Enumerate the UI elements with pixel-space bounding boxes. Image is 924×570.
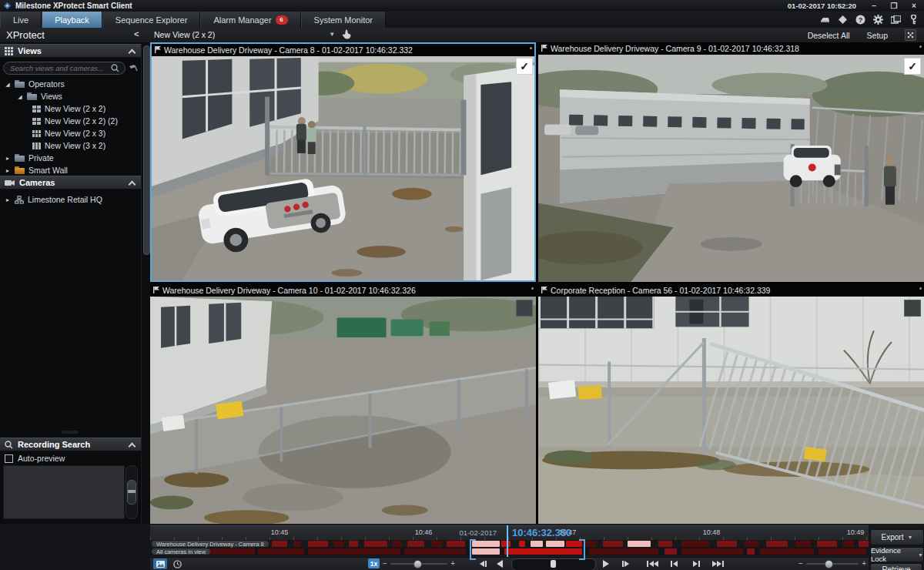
timeline-left-gutter xyxy=(0,524,150,570)
expander-icon[interactable] xyxy=(5,196,11,203)
pointer-hand-icon[interactable] xyxy=(341,29,352,39)
export-button[interactable]: Export▼ xyxy=(870,529,924,545)
recording-segment xyxy=(472,548,500,555)
tree-item-new-view-2x2-2[interactable]: New View (2 x 2) (2) xyxy=(0,115,141,127)
recording-segment xyxy=(258,548,304,555)
view-selector[interactable]: New View (2 x 2) ▼ xyxy=(154,29,352,39)
tab-sequence-explorer[interactable]: Sequence Explorer xyxy=(102,12,201,28)
logout-key-icon[interactable] xyxy=(908,15,919,25)
time-ruler[interactable]: 10:45 10:46 10:47 10:48 10:49 01-02-2017… xyxy=(150,525,869,541)
tree-item-private[interactable]: Private xyxy=(0,152,141,164)
auto-preview-checkbox[interactable] xyxy=(5,454,13,463)
recording-segment xyxy=(272,541,287,547)
recording-segment xyxy=(293,541,301,547)
tab-alarm-manager[interactable]: Alarm Manager 6 xyxy=(200,12,300,28)
previous-sequence-button[interactable] xyxy=(667,558,681,569)
tick-label: 10:45 xyxy=(271,528,289,536)
views-panel-header[interactable]: Views xyxy=(0,44,141,58)
speed-decrease-icon[interactable]: − xyxy=(383,559,387,568)
camera-select-checkbox[interactable]: ✓ xyxy=(904,300,921,317)
tree-item-limestone-retail-hq[interactable]: Limestone Retail HQ xyxy=(0,193,141,206)
expander-icon[interactable] xyxy=(5,81,11,88)
timeline-zoom-slider[interactable]: − + xyxy=(798,561,866,567)
tab-system-monitor[interactable]: System Monitor xyxy=(301,12,386,28)
cameras-panel-header[interactable]: Cameras xyxy=(0,176,141,189)
auto-preview-option[interactable]: Auto-preview xyxy=(5,454,65,463)
zoom-in-icon[interactable]: + xyxy=(862,559,866,568)
next-image-button[interactable] xyxy=(618,558,632,569)
scrollbar-thumb[interactable] xyxy=(143,45,150,255)
play-forward-button[interactable] xyxy=(599,558,613,569)
slider-thumb[interactable] xyxy=(127,480,136,505)
tree-item-operators[interactable]: Operators xyxy=(0,78,141,90)
preview-scroll-slider[interactable] xyxy=(126,465,138,519)
tab-playback[interactable]: Playback xyxy=(42,12,102,28)
shuttle-slider[interactable] xyxy=(511,558,596,570)
expander-icon[interactable] xyxy=(17,93,23,100)
time-mode-clock-button[interactable] xyxy=(170,558,184,569)
view-grid-icon[interactable] xyxy=(905,29,916,41)
minimize-button[interactable]: – xyxy=(864,0,884,11)
clear-search-filter-icon[interactable] xyxy=(129,64,138,72)
milestone-logo-icon xyxy=(4,2,11,9)
help-icon[interactable]: ? xyxy=(855,15,866,25)
previous-image-button[interactable] xyxy=(477,558,490,569)
retrieve-button[interactable]: Retrieve xyxy=(870,563,922,570)
next-sequence-button[interactable] xyxy=(690,558,704,569)
smart-wall-folder-icon xyxy=(15,166,25,174)
collapse-sidebar-icon[interactable]: < xyxy=(134,29,139,39)
tree-item-new-view-3x2[interactable]: New View (3 x 2) xyxy=(0,139,141,152)
last-image-button[interactable] xyxy=(711,558,725,569)
zoom-slider-thumb[interactable] xyxy=(825,560,833,568)
playback-controls-bar: 1x − + − + xyxy=(150,557,869,570)
camera-title-bar: Warehouse Delivery Driveway - Camera 9 -… xyxy=(538,42,924,55)
camera-select-checkbox[interactable]: ✓ xyxy=(516,58,533,75)
speed-slider-thumb[interactable] xyxy=(413,560,422,568)
play-backward-button[interactable] xyxy=(493,558,507,569)
image-browse-mode-button[interactable] xyxy=(153,558,167,569)
tree-item-smart-wall[interactable]: Smart Wall xyxy=(0,164,141,176)
camera-select-checkbox[interactable]: ✓ xyxy=(516,300,533,317)
selection-end-bracket[interactable] xyxy=(579,539,585,560)
close-button[interactable]: × xyxy=(904,0,924,11)
tree-item-views[interactable]: Views xyxy=(0,90,141,102)
selection-start-bracket[interactable] xyxy=(470,539,476,560)
setup-button[interactable]: Setup xyxy=(867,31,888,40)
tree-item-new-view-2x2[interactable]: New View (2 x 2) xyxy=(0,102,141,115)
camera-title: Warehouse Delivery Driveway - Camera 9 -… xyxy=(551,44,799,53)
zoom-out-icon[interactable]: − xyxy=(798,559,803,568)
shuttle-thumb[interactable] xyxy=(551,560,556,568)
video-frame xyxy=(538,55,924,282)
expander-icon[interactable] xyxy=(5,167,11,174)
camera-view-grid: Warehouse Delivery Driveway - Camera 8 -… xyxy=(150,42,924,524)
camera-cell-1[interactable]: Warehouse Delivery Driveway - Camera 8 -… xyxy=(150,42,536,282)
speed-increase-icon[interactable]: + xyxy=(450,559,455,568)
settings-gear-icon[interactable] xyxy=(872,15,884,25)
timeline-track-all-cameras[interactable]: All cameras in view xyxy=(150,548,869,555)
tree-item-new-view-2x3[interactable]: New View (2 x 3) xyxy=(0,127,141,139)
workspace-icon[interactable] xyxy=(837,15,849,25)
search-input[interactable] xyxy=(3,62,126,75)
recording-segment xyxy=(603,541,623,547)
first-image-button[interactable] xyxy=(645,558,659,569)
connection-icon[interactable] xyxy=(819,15,831,25)
camera-select-checkbox[interactable]: ✓ xyxy=(904,58,921,75)
deselect-all-button[interactable]: Deselect All xyxy=(808,31,850,40)
recording-search-panel-header[interactable]: Recording Search xyxy=(0,438,141,451)
playhead-marker[interactable] xyxy=(507,525,508,557)
camera-cell-2[interactable]: Warehouse Delivery Driveway - Camera 9 -… xyxy=(538,42,924,282)
camera-indicator-flag-icon xyxy=(153,287,159,293)
panel-splitter-handle[interactable] xyxy=(62,431,79,434)
status-dot xyxy=(919,45,922,48)
tab-live[interactable]: Live xyxy=(0,12,42,28)
camera-cell-3[interactable]: Warehouse Delivery Driveway - Camera 10 … xyxy=(150,284,536,524)
recording-segment xyxy=(859,541,869,547)
timeline-track-camera8[interactable]: Warehouse Delivery Driveway - Camera 8 xyxy=(150,540,869,548)
window-mode-icon[interactable] xyxy=(890,15,902,25)
camera-cell-4[interactable]: Corporate Reception - Camera 56 - 01-02-… xyxy=(538,284,924,524)
restore-button[interactable]: ❐ xyxy=(884,0,904,11)
recording-segment xyxy=(349,541,358,547)
expander-icon[interactable] xyxy=(5,155,11,162)
evidence-lock-button[interactable]: Evidence Lock▼ xyxy=(870,547,924,562)
speed-slider[interactable]: − + xyxy=(383,561,455,567)
